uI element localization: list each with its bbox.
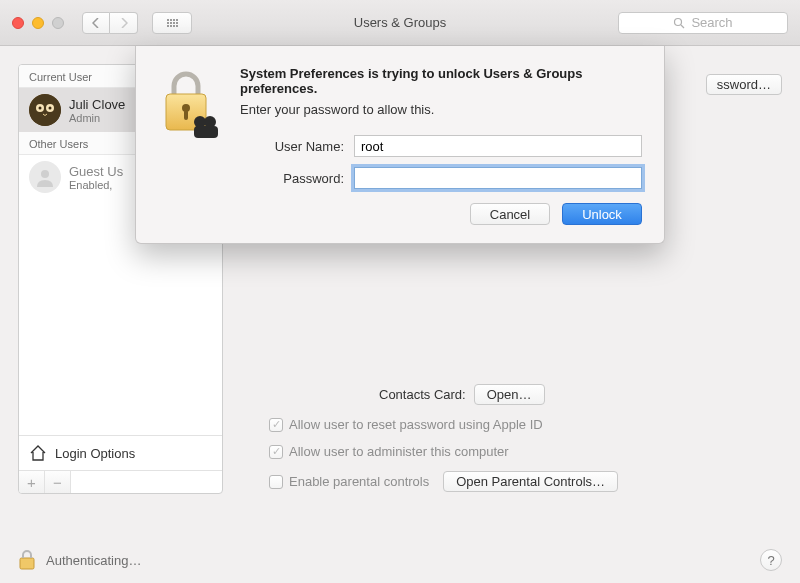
- svg-point-0: [675, 18, 682, 25]
- minimize-window-icon[interactable]: [32, 17, 44, 29]
- open-parental-controls-button[interactable]: Open Parental Controls…: [443, 471, 618, 492]
- login-options-button[interactable]: Login Options: [19, 435, 222, 470]
- allow-reset-checkbox[interactable]: Allow user to reset password using Apple…: [269, 417, 543, 432]
- parental-label: Enable parental controls: [289, 474, 429, 489]
- lock-icon[interactable]: [18, 549, 36, 571]
- dialog-title: System Preferences is trying to unlock U…: [240, 66, 642, 96]
- titlebar: Users & Groups Search: [0, 0, 800, 46]
- username-input[interactable]: [354, 135, 642, 157]
- close-window-icon[interactable]: [12, 17, 24, 29]
- remove-user-button[interactable]: −: [45, 471, 71, 493]
- lock-large-icon: [154, 66, 224, 225]
- user-name-label: Juli Clove: [69, 97, 125, 112]
- svg-rect-8: [20, 558, 34, 569]
- allow-admin-checkbox[interactable]: Allow user to administer this computer: [269, 444, 509, 459]
- zoom-window-icon: [52, 17, 64, 29]
- svg-point-6: [49, 107, 52, 110]
- guest-sub-label: Enabled,: [69, 179, 123, 191]
- dialog-subtitle: Enter your password to allow this.: [240, 102, 642, 117]
- password-input[interactable]: [354, 167, 642, 189]
- svg-point-7: [41, 170, 49, 178]
- grid-icon: [167, 19, 178, 27]
- login-options-label: Login Options: [55, 446, 135, 461]
- forward-button[interactable]: [110, 12, 138, 34]
- back-button[interactable]: [82, 12, 110, 34]
- svg-point-2: [29, 94, 61, 126]
- checkbox-icon: [269, 418, 283, 432]
- footer: Authenticating… ?: [18, 549, 782, 571]
- guest-avatar-icon: [29, 161, 61, 193]
- house-icon: [29, 444, 47, 462]
- svg-rect-14: [194, 126, 218, 138]
- add-remove-row: + −: [19, 470, 222, 493]
- user-role-label: Admin: [69, 112, 125, 124]
- svg-line-1: [681, 25, 684, 28]
- search-icon: [673, 17, 685, 29]
- footer-status: Authenticating…: [46, 553, 141, 568]
- allow-admin-label: Allow user to administer this computer: [289, 444, 509, 459]
- change-password-button[interactable]: ssword…: [706, 74, 782, 95]
- svg-rect-11: [184, 110, 188, 120]
- user-avatar: [29, 94, 61, 126]
- search-input[interactable]: Search: [618, 12, 788, 34]
- checkbox-icon: [269, 445, 283, 459]
- open-contacts-button[interactable]: Open…: [474, 384, 545, 405]
- checkbox-icon: [269, 475, 283, 489]
- allow-reset-label: Allow user to reset password using Apple…: [289, 417, 543, 432]
- contacts-card-label: Contacts Card:: [379, 387, 466, 402]
- parental-controls-checkbox[interactable]: Enable parental controls: [269, 474, 429, 489]
- add-user-button[interactable]: +: [19, 471, 45, 493]
- show-all-button[interactable]: [152, 12, 192, 34]
- search-placeholder: Search: [691, 15, 732, 30]
- svg-point-5: [39, 107, 42, 110]
- guest-name-label: Guest Us: [69, 164, 123, 179]
- nav-buttons: [82, 12, 138, 34]
- help-button[interactable]: ?: [760, 549, 782, 571]
- window-controls: [12, 17, 64, 29]
- auth-dialog: System Preferences is trying to unlock U…: [135, 46, 665, 244]
- username-label: User Name:: [240, 139, 344, 154]
- unlock-button[interactable]: Unlock: [562, 203, 642, 225]
- cancel-button[interactable]: Cancel: [470, 203, 550, 225]
- password-label: Password:: [240, 171, 344, 186]
